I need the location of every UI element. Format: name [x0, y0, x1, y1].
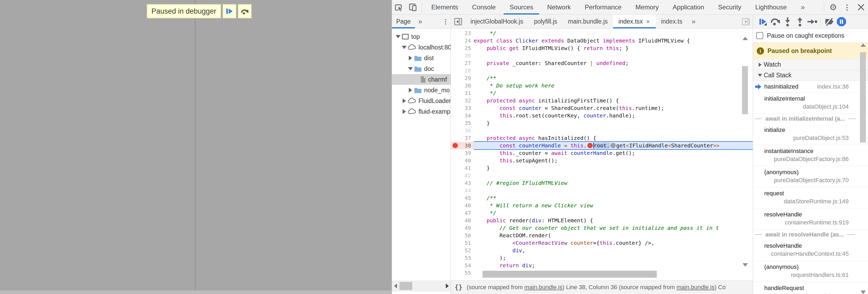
line-content[interactable]: [474, 67, 753, 74]
scroll-down-arrow-icon[interactable]: [743, 263, 748, 267]
line-content[interactable]: export class Clicker extends DataObject …: [474, 37, 753, 44]
file-tab-injectGlobalHook.js[interactable]: injectGlobalHook.js: [465, 15, 529, 28]
code-line-24[interactable]: 24export class Clicker extends DataObjec…: [451, 37, 753, 44]
code-line-25[interactable]: 25 public get IFluidHTMLView() { return …: [451, 44, 753, 52]
close-tab-icon[interactable]: ×: [646, 18, 650, 26]
collapse-navigator-icon[interactable]: [451, 15, 465, 29]
code-line-35[interactable]: 35 }: [451, 119, 753, 127]
scrollbar-thumb[interactable]: [399, 282, 412, 290]
line-content[interactable]: <CounterReactView counter={this.counter}…: [474, 239, 753, 247]
tree-chevron-down-icon[interactable]: [407, 67, 413, 70]
line-number[interactable]: 25: [451, 44, 474, 52]
line-number[interactable]: 53: [451, 254, 474, 262]
file-tab-polyfill.js[interactable]: polyfill.js: [529, 15, 563, 28]
resume-script-button[interactable]: [222, 4, 237, 19]
navigator-tab-page[interactable]: Page: [392, 15, 415, 28]
line-number[interactable]: 51: [451, 239, 474, 247]
line-content[interactable]: ReactDOM.render(: [474, 232, 753, 239]
line-number[interactable]: 23: [451, 29, 474, 37]
tree-item-localhost:80[interactable]: localhost:80: [392, 42, 451, 53]
line-number[interactable]: 54: [451, 262, 474, 269]
editor-vertical-scrollbar[interactable]: [742, 37, 748, 267]
code-line-39[interactable]: 39 this._counter = await counterHandle.g…: [451, 149, 753, 157]
inline-breakpoint-candidate-icon[interactable]: [610, 143, 616, 148]
file-tab-index.ts[interactable]: index.ts: [656, 15, 688, 28]
scroll-left-arrow-icon[interactable]: [392, 284, 399, 288]
close-devtools-icon[interactable]: [854, 0, 868, 14]
line-number[interactable]: 33: [451, 104, 474, 112]
pause-on-exceptions-button[interactable]: [835, 15, 848, 28]
scrollbar-thumb[interactable]: [742, 66, 748, 114]
line-number[interactable]: 32: [451, 97, 474, 104]
line-content[interactable]: // #region IFluidHTMLView: [474, 179, 753, 187]
main-tab-application[interactable]: Application: [665, 0, 711, 14]
main-tab-elements[interactable]: Elements: [424, 0, 465, 14]
code-line-31[interactable]: 31 */: [451, 89, 753, 97]
status-source-link[interactable]: main.bundle.js: [524, 284, 562, 291]
scroll-right-arrow-icon[interactable]: [444, 284, 451, 288]
call-stack-frame-hasInitialized[interactable]: hasInitializedindex.tsx:38: [753, 81, 868, 93]
code-line-28[interactable]: 28: [451, 67, 753, 74]
line-number[interactable]: 26: [451, 52, 474, 60]
main-tab-memory[interactable]: Memory: [629, 0, 666, 14]
sidebar-vertical-scrollbar[interactable]: [860, 43, 866, 294]
line-number[interactable]: 37: [451, 134, 474, 142]
editor-horizontal-scrollbar[interactable]: [474, 271, 742, 278]
line-number[interactable]: 34: [451, 112, 474, 119]
code-line-53[interactable]: 53 );: [451, 254, 753, 262]
deactivate-breakpoints-button[interactable]: [823, 15, 835, 28]
collapse-debugger-sidebar-icon[interactable]: [739, 15, 753, 29]
code-line-45[interactable]: 45 /**: [451, 194, 753, 202]
scroll-up-arrow-icon[interactable]: [861, 43, 866, 47]
code-line-38[interactable]: 38 const counterHandle = this.root.get<I…: [451, 142, 753, 149]
code-line-33[interactable]: 33 const counter = SharedCounter.create(…: [451, 104, 753, 112]
code-line-23[interactable]: 23 */: [451, 29, 753, 37]
code-line-46[interactable]: 46 * Will return a new Clicker view: [451, 202, 753, 209]
file-tab-main.bundle.js[interactable]: main.bundle.js: [563, 15, 613, 28]
line-content[interactable]: private _counter: SharedCounter | undefi…: [474, 60, 753, 67]
line-number[interactable]: 49: [451, 224, 474, 232]
scrollbar-thumb[interactable]: [483, 271, 657, 278]
settings-gear-icon[interactable]: ⚙: [826, 0, 840, 14]
line-content[interactable]: [474, 187, 753, 194]
call-stack-frame-request[interactable]: requestdataStoreRuntime.js:149: [753, 187, 868, 209]
more-tabs-button[interactable]: »: [794, 3, 812, 11]
code-line-51[interactable]: 51 <CounterReactView counter={this.count…: [451, 239, 753, 247]
line-number[interactable]: 35: [451, 119, 474, 127]
file-tab-index.tsx[interactable]: index.tsx×: [613, 15, 656, 28]
code-line-41[interactable]: 41 }: [451, 164, 753, 172]
resume-script-execution-button[interactable]: [757, 15, 769, 28]
code-line-36[interactable]: 36: [451, 127, 753, 134]
line-content[interactable]: // Get our counter object that we set in…: [474, 224, 753, 232]
code-line-29[interactable]: 29 /**: [451, 74, 753, 82]
line-number[interactable]: 36: [451, 127, 474, 134]
code-lines[interactable]: 23 */24export class Clicker extends Data…: [451, 29, 753, 277]
tree-chevron-right-icon[interactable]: [407, 88, 413, 93]
line-number[interactable]: 45: [451, 194, 474, 202]
navigator-kebab-icon[interactable]: ⋮: [440, 15, 451, 29]
tree-chevron-right-icon[interactable]: [401, 99, 407, 103]
code-line-49[interactable]: 49 // Get our counter object that we set…: [451, 224, 753, 232]
code-line-27[interactable]: 27 private _counter: SharedCounter | und…: [451, 60, 753, 67]
line-content[interactable]: */: [474, 29, 753, 37]
tree-item-top[interactable]: top: [392, 31, 451, 42]
tree-item-dist[interactable]: dist: [392, 53, 451, 63]
line-number[interactable]: 52: [451, 247, 474, 254]
status-source-link[interactable]: main.bundle.js: [677, 284, 715, 291]
line-number[interactable]: 31: [451, 89, 474, 97]
navigator-more-tabs-icon[interactable]: »: [415, 15, 426, 29]
tree-item-doc[interactable]: doc: [392, 63, 451, 74]
step-over-banner-button[interactable]: [238, 4, 252, 19]
line-number[interactable]: 39: [451, 149, 474, 157]
code-line-44[interactable]: 44: [451, 187, 753, 194]
line-content[interactable]: }: [474, 164, 753, 172]
kebab-menu-icon[interactable]: ⋮: [840, 0, 854, 14]
tree-item-charmf[interactable]: charmf: [392, 74, 451, 85]
call-stack-frame-anonymous[interactable]: (anonymous)pureDataObjectFactory.js:70: [753, 166, 868, 187]
main-tab-network[interactable]: Network: [540, 0, 578, 14]
line-content[interactable]: div,: [474, 247, 753, 254]
line-number[interactable]: 48: [451, 217, 474, 224]
line-number[interactable]: 40: [451, 157, 474, 164]
main-tab-console[interactable]: Console: [465, 0, 503, 14]
call-stack-frame-instantiateInstance[interactable]: instantiateInstancepureDataObjectFactory…: [753, 145, 868, 166]
